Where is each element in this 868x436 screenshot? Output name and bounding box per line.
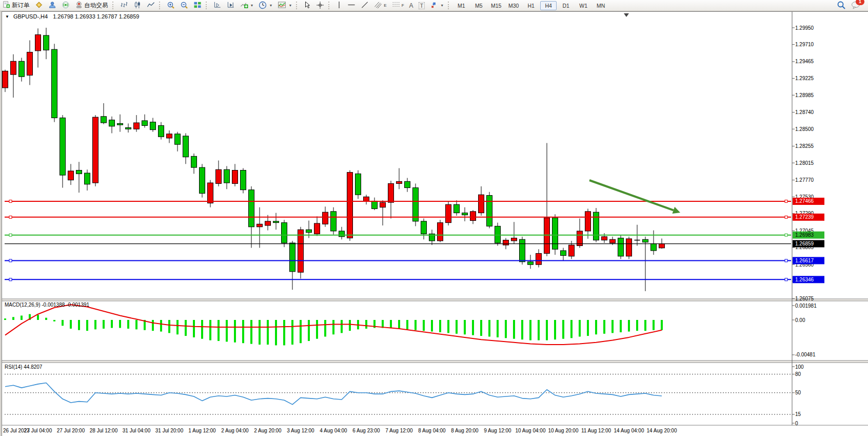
tile-windows-icon — [193, 1, 202, 10]
toolbar-grip — [206, 2, 209, 9]
hline-handle[interactable] — [9, 234, 12, 236]
hline-handle[interactable] — [9, 216, 12, 218]
zoom-out-button[interactable] — [177, 0, 191, 11]
line-chart-type-button[interactable] — [144, 0, 157, 11]
svg-text:100: 100 — [795, 364, 804, 370]
rsi-axis: 1008050150 — [792, 364, 804, 426]
crosshair-icon — [316, 1, 324, 10]
svg-text:-0.00481: -0.00481 — [795, 352, 816, 357]
svg-text:27 Jul 20:00: 27 Jul 20:00 — [57, 428, 85, 433]
auto-scroll-icon — [213, 1, 222, 10]
hline-handle[interactable] — [9, 259, 12, 262]
hline-handle[interactable] — [785, 234, 787, 236]
trading-platform-window: 新订单 自动交易 — [0, 0, 868, 436]
text-label-tool-button[interactable]: T — [416, 0, 428, 11]
tf-button-M30[interactable]: M30 — [505, 1, 522, 10]
templates-button[interactable]: ▼ — [275, 0, 294, 11]
svg-text:0.001981: 0.001981 — [795, 303, 817, 309]
autotrade-button[interactable]: 自动交易 — [72, 0, 111, 11]
panel-frames — [2, 12, 868, 425]
tf-button-M1[interactable]: M1 — [453, 1, 469, 10]
indicators-icon — [240, 1, 248, 10]
dropdown-caret-icon: ▼ — [269, 4, 272, 7]
candlestick-icon — [133, 1, 142, 10]
rsi-label: RSI(14) 44.8207 — [5, 364, 42, 370]
cursor-tool-button[interactable] — [301, 0, 313, 11]
chart-shift-button[interactable] — [224, 0, 238, 11]
auto-scroll-button[interactable] — [211, 0, 224, 11]
svg-text:1 Aug 12:00: 1 Aug 12:00 — [188, 428, 216, 433]
macd-axis: 0.0019810.00-0.00481 — [792, 303, 817, 358]
svg-text:4 Aug 04:00: 4 Aug 04:00 — [320, 428, 347, 433]
tf-button-H4[interactable]: H4 — [540, 1, 557, 10]
tf-button-W1[interactable]: W1 — [575, 1, 591, 10]
new-order-button[interactable]: 新订单 — [0, 0, 32, 11]
hline-handle[interactable] — [785, 216, 787, 218]
chart-canvas: 1.299501.297101.294651.292251.289851.287… — [2, 12, 868, 436]
bar-chart-type-button[interactable] — [117, 0, 131, 11]
search-icon[interactable] — [837, 1, 846, 11]
svg-text:6 Aug 23:00: 6 Aug 23:00 — [352, 428, 380, 433]
hline-handle[interactable] — [785, 259, 787, 262]
svg-text:15: 15 — [795, 411, 801, 417]
symbol-dropdown-icon[interactable]: ▼ — [5, 14, 9, 19]
svg-text:8 Aug 04:00: 8 Aug 04:00 — [418, 428, 446, 433]
candlestick-type-button[interactable] — [131, 0, 144, 11]
trendline-icon — [361, 1, 369, 10]
chart-shift-icon — [227, 1, 235, 10]
hline-handle[interactable] — [785, 278, 787, 281]
svg-text:1.26983: 1.26983 — [795, 232, 814, 238]
svg-text:3 Aug 12:00: 3 Aug 12:00 — [287, 428, 314, 433]
text-tool-button[interactable]: A — [407, 0, 416, 11]
periods-button[interactable]: ▼ — [256, 0, 275, 11]
crosshair-tool-button[interactable] — [313, 0, 327, 11]
svg-text:10 Aug 04:00: 10 Aug 04:00 — [516, 428, 546, 433]
svg-text:2 Aug 04:00: 2 Aug 04:00 — [221, 428, 249, 433]
toolbar-right: 1 — [837, 1, 868, 11]
chart-symbol-period: GBPUSD-,H4 — [13, 13, 48, 20]
channel-icon — [374, 1, 382, 10]
market-watch-button[interactable] — [32, 0, 46, 11]
timeframe-bar: M1M5M15M30H1H4D1W1MN — [453, 1, 609, 10]
macd-label: MACD(12,26,9) -0.001388 -0.001391 — [5, 302, 89, 308]
bar-chart-icon — [120, 1, 128, 10]
hline-handle[interactable] — [785, 200, 787, 202]
tf-button-H1[interactable]: H1 — [523, 1, 539, 10]
profile-button[interactable] — [46, 0, 59, 11]
hline-handle[interactable] — [9, 200, 12, 202]
vline-tool-button[interactable] — [333, 0, 345, 11]
tf-button-M5[interactable]: M5 — [470, 1, 487, 10]
indicators-button[interactable]: ▼ — [238, 0, 257, 11]
candles-layer — [3, 28, 665, 291]
zoom-in-button[interactable] — [164, 0, 177, 11]
date-axis: 26 Jul 202327 Jul 04:0027 Jul 20:0028 Ju… — [3, 428, 677, 433]
tf-button-M15[interactable]: M15 — [488, 1, 504, 10]
hline-handle[interactable] — [9, 278, 12, 281]
tf-button-D1[interactable]: D1 — [558, 1, 574, 10]
hline-tool-button[interactable] — [345, 0, 358, 11]
svg-text:1.29465: 1.29465 — [795, 59, 814, 64]
tile-windows-button[interactable] — [191, 0, 204, 11]
toolbar-grip — [112, 2, 116, 9]
signal-button[interactable] — [59, 0, 72, 11]
zoom-in-icon — [167, 1, 175, 10]
chart-shift-marker[interactable] — [624, 13, 629, 17]
main-toolbar: 新订单 自动交易 — [0, 0, 868, 11]
signal-icon — [62, 1, 70, 10]
chart-window: ▼ GBPUSD-,H4 1.26798 1.26933 1.26787 1.2… — [2, 11, 868, 436]
tf-button-MN[interactable]: MN — [593, 1, 609, 10]
svg-text:1.29225: 1.29225 — [795, 75, 814, 81]
trend-arrow-annotation[interactable] — [589, 180, 680, 214]
horizontal-line-icon — [347, 1, 356, 10]
channel-tool-button[interactable]: E — [371, 0, 389, 11]
svg-text:1.28740: 1.28740 — [795, 109, 814, 115]
chat-notification[interactable]: 1 — [851, 1, 861, 10]
trendline-tool-button[interactable] — [358, 0, 371, 11]
fibonacci-tool-button[interactable]: F — [389, 0, 407, 11]
svg-text:0.00: 0.00 — [795, 317, 805, 323]
svg-text:50: 50 — [795, 390, 801, 395]
arrows-tool-button[interactable]: ▼ — [427, 0, 446, 11]
new-order-label: 新订单 — [12, 2, 30, 9]
autotrade-label: 自动交易 — [85, 2, 108, 9]
svg-text:1.28015: 1.28015 — [795, 160, 814, 166]
